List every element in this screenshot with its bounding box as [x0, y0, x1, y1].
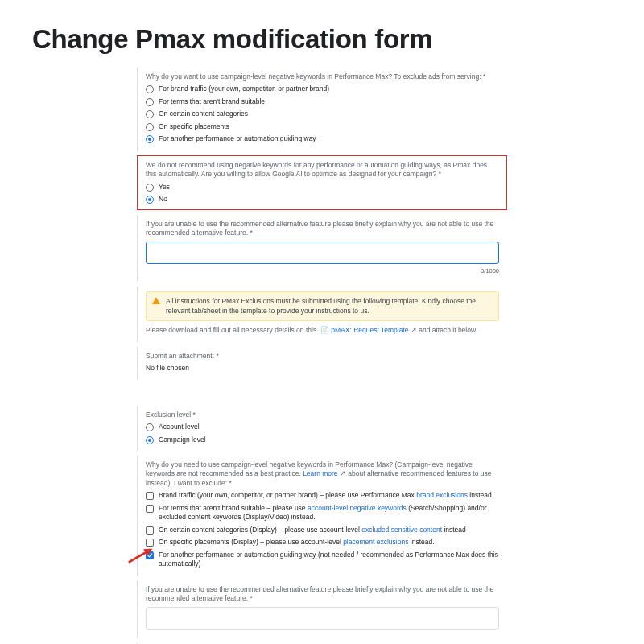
- option-label: On specific placements: [159, 122, 229, 131]
- opt-no[interactable]: No: [146, 195, 498, 204]
- exclusion-level-text: Exclusion level *: [146, 411, 499, 419]
- q-explain-2: If you are unable to use the recommended…: [137, 580, 507, 638]
- option-label: For terms that aren't brand suitable: [159, 97, 265, 106]
- radio-icon: [146, 123, 154, 131]
- checkbox-icon: [146, 526, 154, 535]
- highlight-arrow-2-icon: [401, 640, 430, 644]
- q-attachment: Submit an attachment: * No file chosen: [137, 347, 507, 380]
- inline-link[interactable]: brand exclusions: [416, 491, 468, 499]
- explain-textarea-2[interactable]: [146, 607, 499, 630]
- inline-link[interactable]: placement exclusions: [343, 538, 408, 546]
- download-line: Please download and fill out all necessa…: [146, 326, 499, 335]
- document-icon: 📄: [320, 326, 331, 334]
- option-2[interactable]: On certain content categories: [146, 109, 499, 118]
- option-label: On certain content categories: [159, 109, 248, 118]
- option-label: For brand traffic (your own, competitor,…: [159, 85, 329, 93]
- attachment-label: Submit an attachment: *: [146, 352, 499, 361]
- warning-icon: [152, 297, 160, 304]
- radio-icon: [146, 196, 154, 204]
- option-label: No: [159, 195, 167, 204]
- q-ai-warning: We do not recommend using negative keywo…: [137, 155, 507, 210]
- q-reason-options: For brand traffic (your own, competitor,…: [146, 85, 499, 143]
- explain-textarea[interactable]: [146, 242, 499, 264]
- radio-icon: [146, 436, 154, 444]
- template-alert-text: All instructions for PMax Exclusions mus…: [166, 297, 476, 314]
- file-status[interactable]: No file chosen: [146, 364, 499, 373]
- radio-icon: [146, 110, 154, 118]
- chk-1[interactable]: For terms that aren't brand suitable – p…: [146, 504, 499, 522]
- checkbox-icon: [146, 505, 154, 513]
- q-reason-text: Why do you want to use campaign-level ne…: [146, 72, 499, 81]
- option-3[interactable]: On specific placements: [146, 122, 499, 131]
- chk-3[interactable]: On specific placements (Display) – pleas…: [146, 538, 499, 547]
- download-post: ↗ and attach it below.: [409, 326, 478, 334]
- option-label: On specific placements (Display) – pleas…: [159, 538, 435, 547]
- option-label: Campaign level: [159, 436, 206, 444]
- panel-bottom: Exclusion level * Account level Campaign…: [137, 401, 507, 644]
- chk-0[interactable]: Brand traffic (your own, competitor, or …: [146, 491, 499, 500]
- panels: Why do you want to use campaign-level ne…: [0, 63, 644, 644]
- option-label: For another performance or automation gu…: [159, 134, 316, 143]
- char-counter: 0/1000: [146, 267, 499, 275]
- learn-more-link[interactable]: Learn more: [303, 469, 337, 477]
- option-label: Brand traffic (your own, competitor, or …: [159, 491, 492, 500]
- q-explain-text: If you are unable to use the recommended…: [146, 220, 499, 238]
- panel-top: Why do you want to use campaign-level ne…: [137, 63, 507, 385]
- radio-icon: [146, 135, 154, 143]
- page-title: Change Pmax modification form: [32, 24, 612, 55]
- q-reason-checklist: Why do you need to use campaign-level ne…: [137, 456, 507, 576]
- checklist-intro: Why do you need to use campaign-level ne…: [146, 460, 499, 488]
- checkbox-icon: [146, 492, 154, 500]
- q-ai-warning-text: We do not recommend using negative keywo…: [146, 161, 498, 180]
- checklist-options: Brand traffic (your own, competitor, or …: [146, 491, 499, 568]
- template-link[interactable]: pMAX: Request Template: [331, 326, 408, 334]
- option-label: On certain content categories (Display) …: [159, 526, 466, 535]
- opt-campaign[interactable]: Campaign level: [146, 436, 499, 444]
- radio-icon: [146, 98, 154, 106]
- opt-yes[interactable]: Yes: [146, 183, 498, 192]
- template-block: All instructions for PMax Exclusions mus…: [137, 287, 507, 341]
- radio-icon: [146, 85, 154, 93]
- chk-2[interactable]: On certain content categories (Display) …: [146, 526, 499, 535]
- q-exclusion-level: Exclusion level * Account level Campaign…: [137, 406, 507, 451]
- option-label: For terms that aren't brand suitable – p…: [159, 504, 499, 522]
- option-4[interactable]: For another performance or automation gu…: [146, 134, 499, 143]
- option-label: Yes: [159, 183, 170, 192]
- option-0[interactable]: For brand traffic (your own, competitor,…: [146, 85, 499, 93]
- inline-link[interactable]: excluded sensitive content: [361, 526, 442, 534]
- q-reason: Why do you want to use campaign-level ne…: [137, 68, 507, 151]
- download-pre: Please download and fill out all necessa…: [146, 326, 320, 334]
- q-explain-2-text: If you are unable to use the recommended…: [146, 585, 499, 604]
- radio-icon: [146, 423, 154, 431]
- option-label: Account level: [159, 423, 200, 431]
- option-label: For another performance or automation gu…: [159, 551, 499, 569]
- option-1[interactable]: For terms that aren't brand suitable: [146, 97, 499, 106]
- opt-account[interactable]: Account level: [146, 423, 499, 431]
- radio-icon: [146, 184, 154, 192]
- chk-4[interactable]: For another performance or automation gu…: [146, 551, 499, 569]
- q-explain: If you are unable to use the recommended…: [137, 215, 507, 283]
- template-alert: All instructions for PMax Exclusions mus…: [146, 291, 499, 321]
- q-ai-warning-options: Yes No: [146, 183, 498, 204]
- inline-link[interactable]: account-level negative keywords: [308, 504, 407, 512]
